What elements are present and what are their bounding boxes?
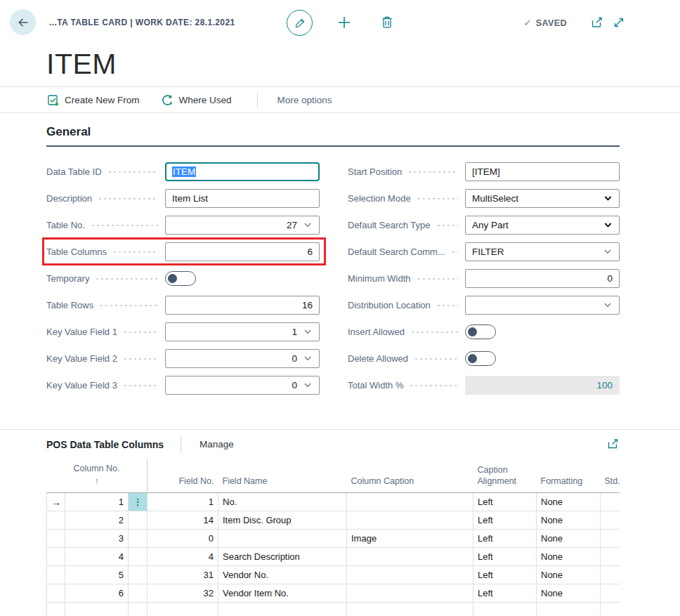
cell-column-caption[interactable]: Image: [347, 530, 473, 548]
focus-mode-icon[interactable]: [606, 438, 620, 451]
header-std[interactable]: Std.: [601, 459, 620, 493]
cell-caption-alignment[interactable]: Left: [473, 566, 537, 584]
row-selector-cell[interactable]: [47, 603, 65, 616]
row-menu-cell[interactable]: [129, 511, 148, 530]
create-new-from-button[interactable]: Create New From: [46, 93, 140, 107]
distribution-location-dropdown[interactable]: [465, 296, 620, 315]
cell-column-no[interactable]: 4: [65, 548, 129, 566]
row-menu-cell[interactable]: [129, 603, 148, 616]
insert-allowed-toggle[interactable]: [465, 325, 496, 339]
cell-caption-alignment[interactable]: Left: [473, 548, 537, 566]
row-selector-cell[interactable]: [47, 511, 65, 530]
default-search-comm-dropdown[interactable]: FILTER: [465, 242, 620, 261]
delete-allowed-toggle[interactable]: [465, 351, 496, 366]
expand-page-button[interactable]: [612, 15, 626, 30]
back-button[interactable]: [10, 9, 36, 35]
cell-std[interactable]: [601, 584, 620, 603]
cell-column-no[interactable]: 2: [65, 511, 129, 530]
cell-caption-alignment[interactable]: Left: [473, 493, 537, 511]
cell-formatting[interactable]: None: [537, 530, 601, 548]
cell-field-name[interactable]: No.: [218, 493, 347, 511]
cell-formatting[interactable]: None: [537, 566, 601, 584]
cell-formatting[interactable]: None: [537, 548, 601, 566]
cell-column-caption[interactable]: [347, 584, 473, 603]
general-section-heading[interactable]: General: [46, 125, 620, 147]
cell-column-no[interactable]: 3: [65, 530, 129, 548]
temporary-toggle[interactable]: [165, 271, 196, 286]
cell-caption-alignment[interactable]: Left: [473, 530, 537, 548]
edit-button[interactable]: [287, 10, 313, 36]
minimum-width-input[interactable]: 0: [465, 269, 620, 288]
row-selector-cell[interactable]: [47, 584, 65, 603]
header-column-caption[interactable]: Column Caption: [347, 459, 473, 493]
row-menu-cell[interactable]: [129, 530, 148, 548]
cell-field-name[interactable]: [218, 603, 347, 616]
key-value-field-2-dropdown[interactable]: 0: [165, 349, 320, 368]
cell-caption-alignment[interactable]: Left: [473, 511, 537, 530]
cell-column-caption[interactable]: [347, 511, 473, 530]
header-caption-alignment[interactable]: Caption Alignment: [473, 459, 537, 493]
delete-button[interactable]: [380, 15, 394, 30]
cell-std[interactable]: [601, 530, 620, 548]
cell-field-no[interactable]: 1: [148, 493, 218, 511]
more-options-button[interactable]: More options: [277, 95, 332, 105]
cell-column-caption[interactable]: [347, 566, 473, 584]
cell-column-caption[interactable]: [347, 493, 473, 511]
cell-std[interactable]: [601, 566, 620, 584]
cell-field-name[interactable]: [218, 530, 347, 548]
data-table-id-input[interactable]: ITEM: [165, 162, 320, 181]
table-columns-input[interactable]: 6: [165, 242, 320, 261]
cell-std[interactable]: [601, 603, 620, 616]
part-title[interactable]: POS Data Table Columns: [46, 439, 164, 450]
cell-std[interactable]: [601, 548, 620, 566]
row-menu-cell[interactable]: ⋮: [129, 493, 148, 511]
cell-field-no[interactable]: 0: [148, 530, 218, 548]
header-field-name[interactable]: Field Name: [218, 459, 347, 493]
row-selector-cell[interactable]: →: [47, 493, 65, 511]
cell-column-no[interactable]: 6: [65, 584, 129, 603]
row-selector-cell[interactable]: [47, 530, 65, 548]
cell-field-no[interactable]: 32: [148, 584, 218, 603]
cell-field-no[interactable]: 4: [148, 548, 218, 566]
cell-formatting[interactable]: None: [537, 584, 601, 603]
table-rows-input[interactable]: 16: [165, 296, 320, 315]
cell-field-name[interactable]: Vendor No.: [218, 566, 347, 584]
start-position-input[interactable]: [ITEM]: [465, 162, 620, 181]
cell-field-name[interactable]: Item Disc. Group: [218, 511, 347, 530]
row-selector-cell[interactable]: [47, 566, 65, 584]
cell-field-name[interactable]: Vendor Item No.: [218, 584, 347, 603]
cell-field-name[interactable]: Search Description: [218, 548, 347, 566]
cell-column-no[interactable]: [65, 603, 129, 616]
header-column-no[interactable]: Column No. ↑: [65, 459, 129, 493]
row-menu-cell[interactable]: [129, 548, 148, 566]
cell-column-caption[interactable]: [347, 548, 473, 566]
cell-std[interactable]: [601, 511, 620, 530]
cell-caption-alignment[interactable]: [473, 603, 537, 616]
row-selector-cell[interactable]: [47, 548, 65, 566]
row-menu-cell[interactable]: [129, 584, 148, 603]
new-button[interactable]: [336, 15, 352, 30]
cell-std[interactable]: [601, 493, 620, 511]
cell-formatting[interactable]: [537, 603, 601, 616]
open-in-window-button[interactable]: [590, 15, 604, 30]
manage-menu-button[interactable]: Manage: [200, 439, 234, 450]
description-input[interactable]: Item List: [165, 189, 320, 208]
key-value-field-1-dropdown[interactable]: 1: [165, 322, 320, 341]
cell-field-no[interactable]: 31: [148, 566, 218, 584]
cell-formatting[interactable]: None: [537, 511, 601, 530]
row-menu-cell[interactable]: [129, 566, 148, 584]
cell-column-no[interactable]: 5: [65, 566, 129, 584]
cell-field-no[interactable]: 14: [148, 511, 218, 530]
header-field-no[interactable]: Field No.: [148, 459, 218, 493]
header-formatting[interactable]: Formatting: [537, 459, 601, 493]
cell-formatting[interactable]: None: [537, 493, 601, 511]
where-used-button[interactable]: Where Used: [161, 93, 232, 107]
selection-mode-select[interactable]: MultiSelect: [465, 189, 620, 208]
cell-column-no[interactable]: 1: [65, 493, 129, 511]
default-search-type-select[interactable]: Any Part: [465, 216, 620, 235]
table-no-dropdown[interactable]: 27: [165, 216, 320, 235]
cell-field-no[interactable]: [148, 603, 218, 616]
cell-column-caption[interactable]: [347, 603, 473, 616]
key-value-field-3-dropdown[interactable]: 0: [165, 376, 320, 395]
cell-caption-alignment[interactable]: Left: [473, 584, 537, 603]
